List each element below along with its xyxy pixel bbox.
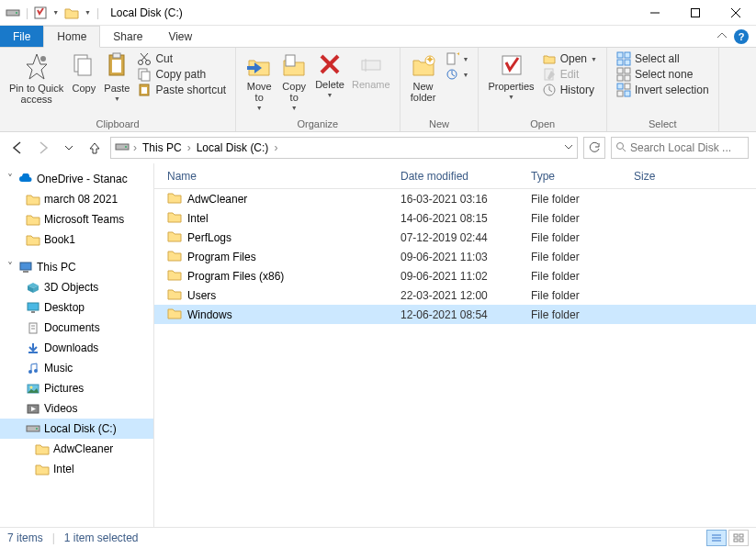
breadcrumb-thispc[interactable]: This PC: [141, 141, 184, 154]
tree-videos[interactable]: Videos: [0, 398, 153, 419]
chevron-down-icon[interactable]: ˅: [6, 173, 15, 185]
tree-book1[interactable]: Book1: [0, 229, 153, 250]
column-type[interactable]: Type: [525, 170, 628, 183]
copy-to-dropdown-icon[interactable]: ▼: [291, 105, 298, 111]
column-date[interactable]: Date modified: [395, 170, 525, 183]
tree-onedrive[interactable]: ˅ OneDrive - Stanac: [0, 169, 153, 189]
file-type: File folder: [525, 289, 628, 302]
rename-button[interactable]: Rename: [348, 50, 394, 92]
select-all-button[interactable]: Select all: [616, 51, 709, 66]
svg-rect-43: [625, 84, 630, 89]
tab-home[interactable]: Home: [43, 26, 100, 48]
ribbon-group-open: Properties ▼ Open ▼ Edit History Op: [479, 48, 606, 131]
tree-pictures[interactable]: Pictures: [0, 378, 153, 398]
column-size[interactable]: Size: [628, 170, 683, 183]
breadcrumb-drive[interactable]: Local Disk (C:): [195, 141, 271, 154]
maximize-button[interactable]: [675, 0, 716, 26]
delete-button[interactable]: Delete ▼: [311, 50, 348, 100]
help-icon[interactable]: ?: [734, 29, 749, 44]
tree-march[interactable]: march 08 2021: [0, 189, 153, 209]
file-row[interactable]: Users22-03-2021 12:00File folder: [154, 285, 756, 305]
tree-intel[interactable]: Intel: [0, 459, 153, 479]
invert-selection-button[interactable]: Invert selection: [616, 83, 709, 97]
tab-share[interactable]: Share: [100, 26, 155, 47]
svg-point-7: [40, 56, 46, 62]
copy-button[interactable]: Copy: [67, 50, 100, 95]
properties-qat-icon[interactable]: [34, 6, 47, 19]
folder-icon: [167, 210, 182, 226]
paste-button[interactable]: Paste ▼: [100, 50, 133, 104]
file-name: Users: [187, 289, 216, 302]
tree-documents[interactable]: Documents: [0, 318, 153, 338]
folder-icon: [167, 268, 182, 284]
cut-button[interactable]: Cut: [137, 51, 226, 66]
music-icon: [26, 361, 40, 375]
column-name[interactable]: Name: [162, 170, 395, 183]
select-none-button[interactable]: Select none: [616, 67, 709, 82]
properties-dropdown-icon[interactable]: ▼: [508, 94, 514, 100]
view-large-icons-button[interactable]: [728, 530, 749, 546]
move-to-button[interactable]: Move to ▼: [242, 50, 276, 113]
svg-rect-36: [617, 60, 623, 65]
file-row[interactable]: Windows12-06-2021 08:54File folder: [154, 305, 756, 324]
clipboard-group-label: Clipboard: [6, 117, 230, 131]
tree-music[interactable]: Music: [0, 358, 153, 378]
copy-to-button[interactable]: Copy to ▼: [276, 50, 311, 113]
file-row[interactable]: Intel14-06-2021 08:15File folder: [154, 208, 756, 228]
svg-rect-45: [625, 91, 630, 96]
minimize-button[interactable]: [635, 0, 675, 26]
file-name: Program Files: [187, 251, 256, 263]
recent-locations-button[interactable]: [59, 138, 79, 158]
tree-msteams[interactable]: Microsoft Teams: [0, 209, 153, 229]
file-row[interactable]: AdwCleaner16-03-2021 03:16File folder: [154, 189, 756, 208]
pin-to-quick-access-button[interactable]: Pin to Quick access: [6, 50, 67, 106]
open-button[interactable]: Open ▼: [542, 51, 597, 66]
svg-rect-20: [141, 87, 147, 94]
breadcrumb-sep[interactable]: ›: [133, 141, 137, 154]
tab-view[interactable]: View: [155, 26, 205, 47]
tree-downloads[interactable]: Downloads: [0, 338, 153, 358]
history-button[interactable]: History: [542, 83, 597, 97]
svg-rect-40: [617, 75, 623, 81]
properties-button[interactable]: Properties ▼: [484, 50, 537, 102]
new-folder-button[interactable]: ✦ New folder: [406, 50, 441, 105]
tree-desktop[interactable]: Desktop: [0, 297, 153, 318]
downloads-icon: [26, 341, 40, 355]
refresh-button[interactable]: [583, 137, 605, 159]
file-row[interactable]: Program Files09-06-2021 11:03File folder: [154, 247, 756, 266]
close-button[interactable]: [716, 0, 756, 26]
select-group-label: Select: [613, 117, 713, 131]
tree-thispc[interactable]: ˅ This PC: [0, 257, 153, 277]
svg-rect-53: [31, 311, 35, 313]
delete-dropdown-icon[interactable]: ▼: [327, 92, 333, 98]
up-button[interactable]: [85, 138, 105, 158]
chevron-down-icon[interactable]: ˅: [6, 261, 15, 274]
tab-file[interactable]: File: [0, 26, 43, 47]
folder-icon: [35, 442, 50, 456]
qat-dropdown-icon[interactable]: ▼: [52, 9, 59, 16]
paste-shortcut-button[interactable]: Paste shortcut: [137, 83, 226, 97]
search-box[interactable]: Search Local Disk ...: [611, 137, 749, 159]
file-type: File folder: [525, 251, 628, 263]
navigation-tree[interactable]: ˅ OneDrive - Stanac march 08 2021 Micros…: [0, 163, 154, 527]
svg-rect-41: [625, 75, 630, 81]
ribbon-group-organize: Move to ▼ Copy to ▼ Delete ▼ Rename Orga…: [236, 48, 400, 131]
view-details-button[interactable]: [706, 530, 727, 546]
tree-adwcleaner[interactable]: AdwCleaner: [0, 439, 153, 459]
qat-dropdown2-icon[interactable]: ▼: [85, 9, 91, 16]
file-row[interactable]: PerfLogs07-12-2019 02:44File folder: [154, 228, 756, 247]
tree-localdisk[interactable]: Local Disk (C:): [0, 419, 153, 439]
svg-rect-9: [78, 59, 91, 75]
easy-access-button[interactable]: ▼: [445, 67, 469, 82]
move-to-dropdown-icon[interactable]: ▼: [256, 105, 263, 111]
collapse-ribbon-icon[interactable]: [717, 30, 727, 43]
back-button[interactable]: [7, 138, 28, 158]
address-bar[interactable]: › This PC › Local Disk (C:) ›: [110, 137, 578, 159]
address-dropdown-icon[interactable]: [564, 141, 573, 154]
file-row[interactable]: Program Files (x86)09-06-2021 11:02File …: [154, 266, 756, 285]
paste-dropdown-icon[interactable]: ▼: [114, 95, 120, 102]
new-item-button[interactable]: ✦ ▼: [445, 51, 469, 66]
copy-path-button[interactable]: Copy path: [137, 67, 226, 82]
tree-3dobjects[interactable]: 3D Objects: [0, 277, 153, 297]
svg-rect-11: [113, 53, 120, 58]
